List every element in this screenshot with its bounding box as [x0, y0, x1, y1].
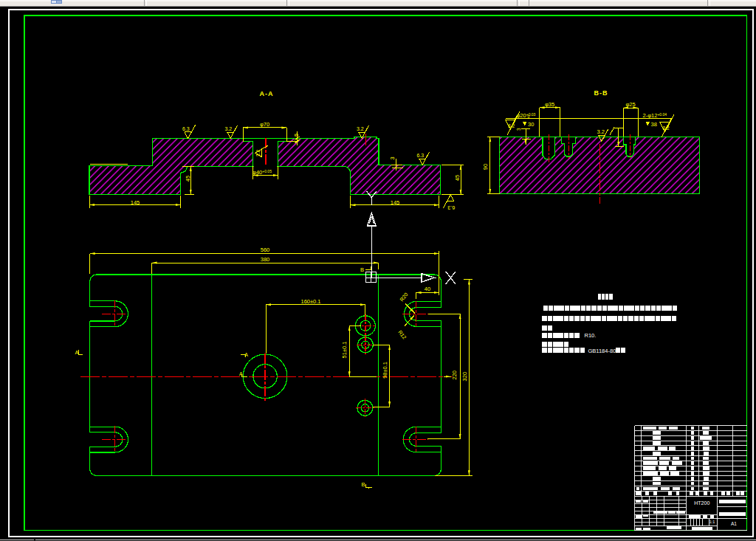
svg-text:R10.: R10. [585, 332, 597, 339]
svg-text:6.3: 6.3 [182, 126, 190, 131]
svg-text:6.3: 6.3 [447, 205, 455, 210]
svg-text:45: 45 [454, 175, 461, 181]
svg-text:145: 145 [391, 199, 400, 206]
svg-text:220: 220 [451, 371, 458, 380]
svg-text:3.2: 3.2 [255, 150, 261, 156]
svg-text:A: A [244, 352, 248, 357]
svg-text:145: 145 [131, 199, 140, 206]
svg-text:40: 40 [425, 286, 430, 292]
svg-text:45: 45 [185, 176, 191, 182]
svg-text:5: 5 [293, 134, 300, 137]
svg-text:30: 30 [528, 121, 534, 128]
svg-text:3.2: 3.2 [663, 125, 670, 131]
svg-text:HT200: HT200 [694, 500, 709, 506]
svg-text:B-B: B-B [594, 89, 608, 97]
svg-text:320: 320 [461, 372, 468, 382]
svg-text:A: A [75, 349, 79, 356]
svg-text:3.2: 3.2 [508, 123, 515, 128]
svg-text:1:1: 1:1 [709, 520, 715, 524]
svg-text:160±0.1: 160±0.1 [300, 298, 320, 305]
svg-text:A-A: A-A [260, 90, 274, 97]
svg-text:B: B [362, 481, 365, 488]
svg-text:B: B [360, 266, 364, 273]
svg-text:3: 3 [516, 128, 521, 131]
svg-text:51±0.1: 51±0.1 [341, 342, 348, 359]
svg-text:3.2: 3.2 [357, 126, 364, 131]
svg-text:560: 560 [261, 247, 270, 253]
svg-text:3: 3 [389, 156, 396, 159]
svg-text:38: 38 [651, 121, 657, 128]
svg-text:90: 90 [482, 164, 489, 170]
svg-text:A: A [239, 371, 243, 376]
svg-text:3.2: 3.2 [225, 126, 233, 131]
svg-text:3.2: 3.2 [597, 128, 605, 135]
svg-text:6.3: 6.3 [417, 153, 425, 158]
svg-text:GB1184-80: GB1184-80 [588, 348, 616, 354]
svg-text:380: 380 [261, 256, 270, 263]
svg-text:φ25: φ25 [625, 101, 635, 108]
svg-text:A1: A1 [731, 521, 737, 526]
svg-text:98±0.1: 98±0.1 [382, 362, 388, 379]
svg-text:φ70: φ70 [260, 121, 269, 128]
svg-text:φ35: φ35 [545, 101, 554, 108]
